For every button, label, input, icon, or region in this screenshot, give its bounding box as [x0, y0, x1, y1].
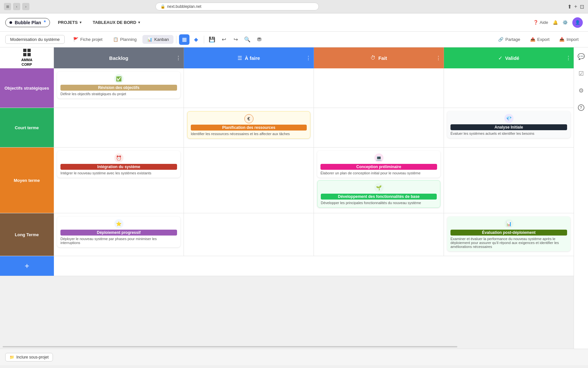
tab-kanban[interactable]: 📊 Kanban	[142, 35, 173, 44]
card-dev-fonc[interactable]: 🌱 Développement des fonctionnalités de b…	[317, 180, 440, 208]
search-btn[interactable]: 🔍	[242, 34, 253, 45]
kanban-row-court: Court terme € Planification des ressourc…	[0, 108, 574, 148]
kanban-row-strategiques: Objectifs stratégiques ✅ Révision des ob…	[0, 68, 574, 108]
fait-moyen-cell: 💻 Conception préliminaire Élaborer un pl…	[314, 148, 444, 213]
lock-icon: 🔒	[160, 4, 165, 9]
export-btn[interactable]: 📤 Export	[526, 35, 554, 44]
help-sidebar-icon: ?	[578, 104, 584, 111]
import-label: Import	[566, 37, 579, 42]
tab-planning[interactable]: 📋 Planning	[108, 35, 141, 44]
import-btn[interactable]: 📥 Import	[555, 35, 583, 44]
card-analyse-title: Analyse Initiale	[450, 124, 567, 130]
logo-sq-3	[23, 53, 26, 56]
nav-projects-label: PROJETS	[58, 20, 78, 25]
col-header-backlog: Backlog ⋮	[54, 47, 184, 68]
gear-icon: ⚙️	[563, 20, 568, 25]
add-icon: +	[24, 261, 29, 271]
share-label: Partage	[505, 37, 520, 42]
logo-area[interactable]: Bubble Plan *	[5, 18, 50, 27]
backlog-long-cell: ⭐ Déploiement progressif Déployer le nou…	[54, 213, 184, 256]
afaire-title: À faire	[245, 55, 260, 61]
chat-btn[interactable]: 💬	[576, 51, 586, 62]
card-integration[interactable]: ⏰ Intégration du système Intégrer le nou…	[57, 151, 180, 178]
fait-menu-btn[interactable]: ⋮	[436, 55, 441, 61]
browser-chrome: ⊞ ‹ › 🔒 next.bubbleplan.net ⬆ + ⊡	[0, 0, 588, 13]
share-btn[interactable]: 🔗 Partage	[494, 35, 525, 44]
afaire-strategiques-cell	[184, 68, 314, 108]
card-eval-title: Évaluation post-déploiement	[450, 230, 567, 236]
include-subproject-btn[interactable]: 📁 Inclure sous-projet	[5, 353, 53, 361]
right-sidebar: 💬 ☑ ⚙ ?	[574, 47, 588, 349]
kanban-body: Objectifs stratégiques ✅ Révision des ob…	[0, 68, 574, 345]
diamond-btn[interactable]: ◆	[191, 34, 201, 45]
settings-btn[interactable]: ⚙️	[563, 20, 568, 25]
backlog-moyen-cell: ⏰ Intégration du système Intégrer le nou…	[54, 148, 184, 213]
help-label: Aide	[540, 20, 548, 25]
card-deploy-desc: Déployer le nouveau système par phases p…	[60, 237, 177, 245]
card-concep-icon: 💻	[374, 153, 384, 163]
court-label: Court terme	[12, 123, 41, 133]
card-deploiement[interactable]: ⭐ Déploiement progressif Déployer le nou…	[57, 217, 180, 247]
nav-dashboards-arrow: ▼	[138, 21, 141, 24]
avatar[interactable]: 👤	[572, 17, 583, 28]
forward-btn[interactable]: ›	[22, 3, 29, 10]
card-conception[interactable]: 💻 Conception préliminaire Élaborer un pl…	[317, 151, 440, 178]
kanban-row-long: Long Terme ⭐ Déploiement progressif Dépl…	[0, 213, 574, 256]
nav-dashboards-label: TABLEAUX DE BORD	[93, 20, 136, 25]
card-analyse[interactable]: 💎 Analyse Initiale Évaluer les systèmes …	[447, 111, 570, 138]
backlog-menu-btn[interactable]: ⋮	[176, 55, 181, 61]
add-row-btn[interactable]: +	[0, 256, 54, 276]
card-devfonc-desc: Développer les principales fonctionnalit…	[321, 201, 437, 205]
fait-long-cell	[314, 213, 444, 256]
card-integr-title: Intégration du système	[60, 164, 177, 170]
undo-btn[interactable]: ↩	[219, 34, 229, 45]
fait-strategiques-cell	[314, 68, 444, 108]
logo-text: Bubble Plan	[15, 20, 41, 25]
backlog-court-cell	[54, 108, 184, 147]
valide-title: Validé	[505, 55, 519, 61]
tasks-btn[interactable]: ☑	[576, 68, 586, 79]
tab-fiche[interactable]: 🚩 Fiche projet	[69, 35, 107, 44]
nav-dashboards[interactable]: TABLEAUX DE BORD ▼	[90, 19, 143, 26]
bell-icon: 🔔	[553, 20, 558, 25]
company-logo: AMMACORP	[21, 49, 32, 67]
project-selector[interactable]: Modernisation du système	[5, 35, 65, 44]
card-devfonc-icon: 🌱	[374, 183, 384, 192]
card-planification[interactable]: € Planification des ressources Identifie…	[187, 111, 310, 139]
afaire-menu-btn[interactable]: ⋮	[306, 55, 311, 61]
company-name: AMMACORP	[21, 58, 32, 67]
share-browser-btn[interactable]: ⬆	[567, 4, 572, 10]
sidebar-toggle-btn[interactable]: ⊞	[4, 3, 11, 10]
tab-grid-btn[interactable]: ⊡	[580, 4, 584, 10]
nav-projects[interactable]: PROJETS ▼	[55, 19, 85, 26]
kanban-container: AMMACORP Backlog ⋮ ☰ À faire ⋮ ⏱ Fait ⋮	[0, 47, 574, 349]
card-evaluation[interactable]: 📊 Évaluation post-déploiement Examiner e…	[447, 217, 570, 251]
view-toggle-btn[interactable]: ▦	[179, 34, 189, 45]
back-btn[interactable]: ‹	[13, 3, 20, 10]
toolbar-separator-2	[204, 36, 204, 44]
col-header-valide: ✓ Validé ⋮	[444, 47, 574, 68]
card-revision-objectifs[interactable]: ✅ Révision des objectifs Définir les obj…	[57, 72, 180, 98]
new-tab-btn[interactable]: +	[574, 4, 577, 9]
valide-menu-btn[interactable]: ⋮	[566, 55, 571, 61]
fait-title: Fait	[378, 55, 387, 61]
address-bar[interactable]: 🔒 next.bubbleplan.net	[155, 3, 319, 10]
logo-asterisk: *	[44, 20, 46, 26]
card-eval-icon: 📊	[504, 219, 514, 228]
help-sidebar-btn[interactable]: ?	[576, 102, 586, 113]
help-btn[interactable]: ❓ Aide	[533, 20, 548, 25]
help-circle-icon: ❓	[533, 20, 538, 25]
notifications-btn[interactable]: 🔔	[553, 20, 558, 25]
toolbar: Modernisation du système 🚩 Fiche projet …	[0, 32, 588, 47]
main-area: AMMACORP Backlog ⋮ ☰ À faire ⋮ ⏱ Fait ⋮	[0, 47, 588, 349]
filter-btn[interactable]: ⛃	[254, 34, 264, 45]
card-deploy-icon: ⭐	[114, 219, 123, 228]
card-revision-title: Révision des objectifs	[60, 85, 177, 91]
settings-sidebar-btn[interactable]: ⚙	[576, 85, 586, 96]
share-icon: 🔗	[498, 37, 503, 42]
redo-btn[interactable]: ↪	[230, 34, 241, 45]
horizontal-scrollbar[interactable]	[0, 345, 574, 349]
save-btn[interactable]: 💾	[207, 34, 217, 45]
logo-grid	[23, 49, 31, 56]
browser-controls: ⊞ ‹ ›	[4, 3, 29, 10]
